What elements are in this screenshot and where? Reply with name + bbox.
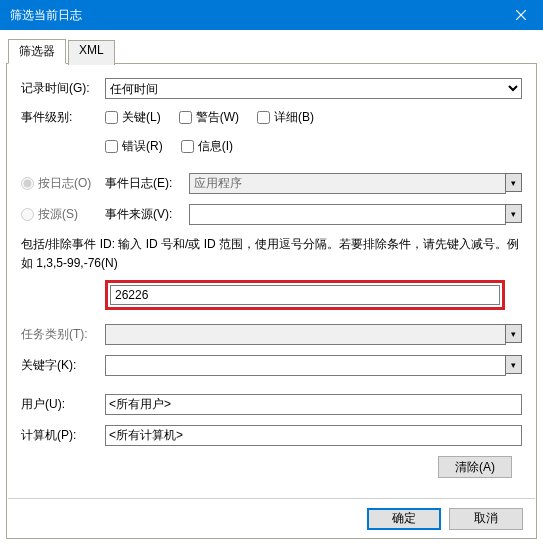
user-input[interactable] — [109, 398, 518, 412]
chk-error-box[interactable] — [105, 140, 118, 153]
logged-time-select[interactable]: 任何时间 — [105, 78, 522, 99]
ok-button[interactable]: 确定 — [367, 508, 441, 530]
radio-by-source: 按源(S) — [21, 206, 105, 223]
tab-xml[interactable]: XML — [68, 40, 115, 65]
user-input-wrap[interactable] — [105, 394, 522, 415]
event-log-combo: 应用程序 ▾ — [189, 173, 522, 194]
logged-label: 记录时间(G): — [21, 80, 105, 97]
chk-warning-box[interactable] — [179, 111, 192, 124]
keywords-combo[interactable]: ▾ — [105, 355, 522, 376]
chk-critical[interactable]: 关键(L) — [105, 109, 161, 126]
event-level-label: 事件级别: — [21, 109, 105, 126]
tab-filter[interactable]: 筛选器 — [8, 39, 66, 64]
chk-verbose-box[interactable] — [257, 111, 270, 124]
event-source-label: 事件来源(V): — [105, 206, 189, 223]
chk-information-box[interactable] — [181, 140, 194, 153]
computer-label: 计算机(P): — [21, 427, 105, 444]
event-id-help: 包括/排除事件 ID: 输入 ID 号和/或 ID 范围，使用逗号分隔。若要排除… — [21, 235, 522, 272]
chk-critical-box[interactable] — [105, 111, 118, 124]
event-id-input[interactable] — [110, 285, 500, 305]
radio-by-log: 按日志(O) — [21, 175, 105, 192]
chk-warning[interactable]: 警告(W) — [179, 109, 239, 126]
computer-input-wrap[interactable] — [105, 425, 522, 446]
chk-error[interactable]: 错误(R) — [105, 138, 163, 155]
event-log-dropdown: ▾ — [505, 173, 522, 192]
task-category-combo: ▾ — [105, 324, 522, 345]
window-title: 筛选当前日志 — [10, 7, 82, 24]
dialog-buttons: 确定 取消 — [8, 498, 535, 538]
keywords-dropdown[interactable]: ▾ — [505, 355, 522, 374]
user-label: 用户(U): — [21, 396, 105, 413]
task-category-label: 任务类别(T): — [21, 326, 105, 343]
chk-information[interactable]: 信息(I) — [181, 138, 233, 155]
close-icon — [516, 10, 526, 20]
titlebar: 筛选当前日志 — [0, 0, 543, 30]
close-button[interactable] — [498, 0, 543, 30]
event-level-checks: 关键(L) 警告(W) 详细(B) 错误(R) 信息(I) — [105, 109, 522, 155]
task-category-dropdown: ▾ — [505, 324, 522, 343]
keywords-label: 关键字(K): — [21, 357, 105, 374]
radio-by-source-input — [21, 208, 34, 221]
event-source-combo[interactable]: ▾ — [189, 204, 522, 225]
cancel-button[interactable]: 取消 — [449, 508, 523, 530]
radio-by-log-input — [21, 177, 34, 190]
event-log-label: 事件日志(E): — [105, 175, 189, 192]
filter-panel: 记录时间(G): 任何时间 事件级别: 关键(L) 警告(W) 详细(B) 错误… — [6, 64, 537, 539]
chk-verbose[interactable]: 详细(B) — [257, 109, 314, 126]
computer-input[interactable] — [109, 429, 518, 443]
event-id-highlight — [105, 280, 505, 310]
tab-strip: 筛选器 XML — [6, 38, 537, 64]
clear-button[interactable]: 清除(A) — [438, 456, 512, 478]
event-source-dropdown[interactable]: ▾ — [505, 204, 522, 223]
